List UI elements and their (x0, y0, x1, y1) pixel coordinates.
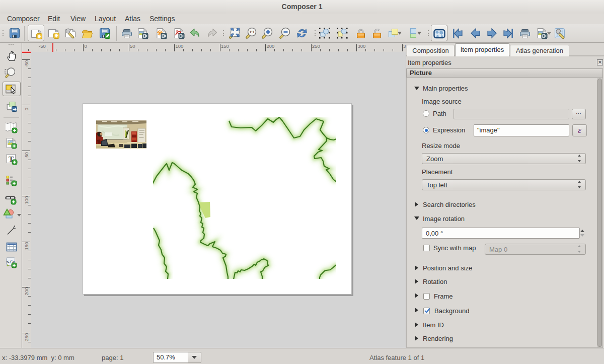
svg-text:1:1: 1:1 (249, 30, 254, 34)
